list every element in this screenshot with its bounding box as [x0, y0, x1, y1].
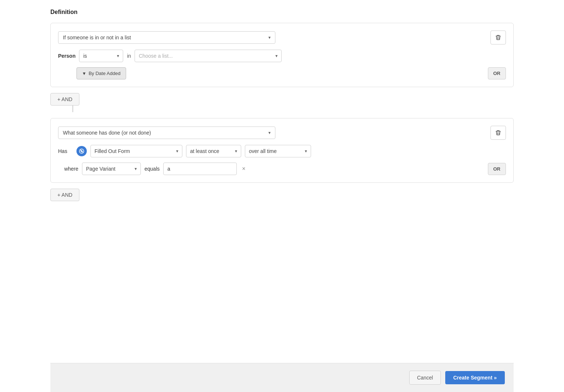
and-button-2[interactable]: + AND	[50, 189, 79, 201]
chevron-icon-action: ▾	[176, 149, 178, 154]
timeframe-select[interactable]: over all time ▾	[245, 145, 311, 157]
page-title: Definition	[50, 9, 514, 15]
chevron-icon-is: ▾	[117, 53, 119, 58]
footer-bar: Cancel Create Segment »	[50, 363, 514, 392]
chevron-icon-2: ▾	[268, 130, 271, 135]
clear-button[interactable]: ×	[240, 165, 247, 173]
condition-row-2-top: What someone has done (or not done) ▾	[58, 126, 506, 140]
or-button-1[interactable]: OR	[488, 67, 506, 79]
property-select[interactable]: Page Variant ▾	[82, 163, 141, 175]
has-row: Has Filled Out Form ▾ at least once ▾ ov…	[58, 145, 506, 157]
connector-line-1	[72, 106, 73, 112]
condition-type-label-2: What someone has done (or not done)	[63, 130, 151, 136]
condition-type-label-1: If someone is in or not in a list	[63, 35, 131, 40]
list-placeholder: Choose a list...	[139, 53, 173, 59]
trash-icon-1	[495, 35, 501, 40]
chevron-icon-prop: ▾	[135, 166, 137, 171]
and-section-2: + AND	[50, 189, 514, 201]
chevron-icon-timeframe: ▾	[305, 149, 307, 154]
filter-icon: ▼	[82, 71, 86, 76]
chevron-icon-list: ▾	[275, 53, 278, 58]
timeframe-select-value: over all time	[249, 148, 276, 154]
delete-button-2[interactable]	[490, 126, 506, 140]
frequency-select-value: at least once	[190, 148, 219, 154]
property-select-value: Page Variant	[86, 166, 115, 172]
action-select[interactable]: Filled Out Form ▾	[90, 145, 182, 157]
list-select[interactable]: Choose a list... ▾	[135, 50, 282, 62]
and-button-1[interactable]: + AND	[50, 93, 79, 106]
create-segment-button[interactable]: Create Segment »	[445, 371, 505, 384]
chevron-icon-frequency: ▾	[235, 149, 237, 154]
has-label: Has	[58, 148, 73, 154]
in-label: in	[127, 53, 131, 59]
equals-label: equals	[144, 166, 160, 172]
chevron-icon-1: ▾	[268, 35, 271, 40]
filter-label: By Date Added	[89, 71, 121, 76]
action-select-value: Filled Out Form	[94, 148, 130, 154]
by-date-added-button[interactable]: ▼ By Date Added	[76, 67, 126, 79]
is-select[interactable]: is ▾	[79, 50, 123, 62]
where-row: where Page Variant ▾ equals × OR	[58, 163, 506, 175]
where-label: where	[58, 166, 78, 172]
frequency-select[interactable]: at least once ▾	[186, 145, 241, 157]
is-select-value: is	[83, 53, 87, 59]
filter-row: ▼ By Date Added OR	[58, 67, 506, 79]
trash-icon-2	[495, 130, 501, 136]
and-section-1: + AND	[50, 93, 514, 112]
delete-button-1[interactable]	[490, 31, 506, 44]
cancel-button[interactable]: Cancel	[409, 371, 441, 385]
condition-type-select-1[interactable]: If someone is in or not in a list ▾	[58, 31, 275, 44]
person-label: Person	[58, 53, 75, 59]
condition-type-select-2[interactable]: What someone has done (or not done) ▾	[58, 126, 275, 139]
condition-row-1-top: If someone is in or not in a list ▾	[58, 31, 506, 44]
condition-block-1: If someone is in or not in a list ▾ Pers…	[50, 23, 514, 87]
action-icon	[76, 146, 87, 156]
condition-block-2: What someone has done (or not done) ▾ Ha…	[50, 118, 514, 183]
or-button-2[interactable]: OR	[488, 163, 506, 175]
person-row: Person is ▾ in Choose a list... ▾	[58, 50, 506, 62]
clear-icon: ×	[242, 165, 245, 172]
value-input[interactable]	[163, 163, 237, 175]
